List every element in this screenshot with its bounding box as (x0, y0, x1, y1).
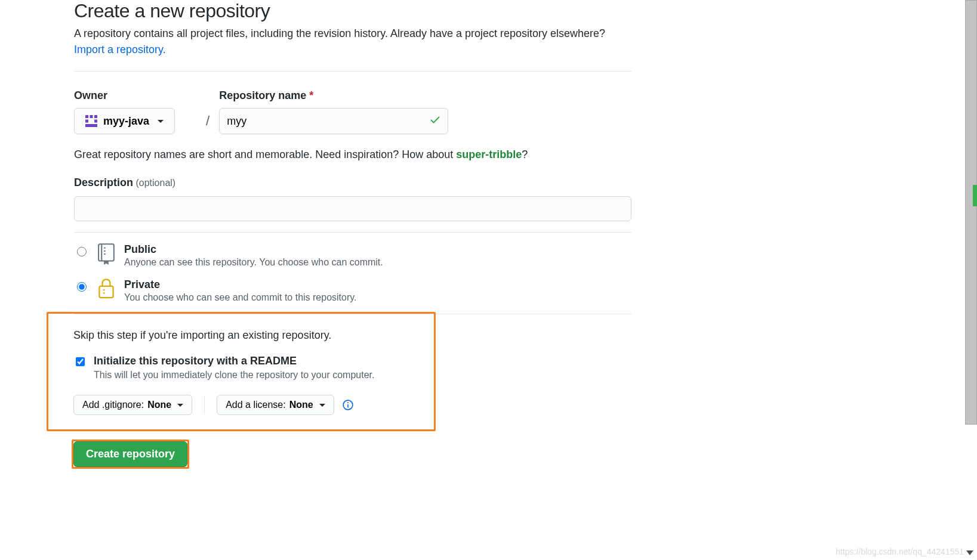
scrollbar-marker (973, 185, 977, 206)
initialize-section-highlight: Skip this step if you're importing an ex… (47, 312, 436, 431)
divider (74, 71, 631, 72)
initialize-readme-checkbox[interactable] (76, 357, 85, 366)
owner-label: Owner (74, 89, 175, 102)
svg-rect-3 (85, 120, 88, 123)
visibility-private-title: Private (124, 279, 357, 291)
svg-rect-2 (94, 115, 97, 118)
check-icon (429, 114, 441, 129)
caret-down-icon (158, 120, 164, 123)
required-asterisk: * (309, 89, 313, 101)
add-gitignore-button[interactable]: Add .gitignore: None (73, 395, 192, 415)
repo-public-icon (97, 243, 116, 265)
description-input[interactable] (74, 196, 631, 221)
create-repository-button[interactable]: Create repository (73, 441, 187, 467)
repo-name-input[interactable] (219, 108, 448, 134)
add-license-button[interactable]: Add a license: None (217, 395, 334, 415)
owner-avatar-icon (85, 115, 97, 127)
svg-rect-6 (98, 244, 114, 261)
page-subtitle: A repository contains all project files,… (74, 26, 631, 58)
repo-name-label: Repository name * (219, 89, 448, 102)
name-hint: Great repository names are short and mem… (74, 148, 631, 161)
description-label: Description (74, 177, 133, 188)
visibility-private-radio[interactable] (77, 282, 87, 292)
owner-repo-separator: / (206, 95, 209, 129)
skip-hint: Skip this step if you're importing an ex… (73, 329, 420, 342)
visibility-public-title: Public (124, 243, 383, 256)
page-title: Create a new repository (74, 0, 631, 22)
visibility-private-sub: You choose who can see and commit to thi… (124, 292, 357, 303)
submit-highlight: Create repository (72, 440, 189, 469)
caret-down-icon (319, 404, 325, 407)
owner-value: myy-java (103, 115, 149, 128)
divider (74, 232, 631, 233)
scroll-down-arrow-icon[interactable] (966, 550, 973, 555)
svg-rect-11 (99, 286, 113, 298)
visibility-public-row[interactable]: Public Anyone can see this repository. Y… (74, 243, 631, 268)
watermark: https://blog.csdn.net/qq_44241551 (836, 547, 964, 556)
license-info-icon[interactable] (343, 400, 353, 410)
owner-select-button[interactable]: myy-java (74, 108, 175, 134)
svg-rect-5 (85, 124, 97, 127)
visibility-public-radio[interactable] (77, 247, 87, 256)
import-repository-link[interactable]: Import a repository. (74, 44, 166, 55)
visibility-public-sub: Anyone can see this repository. You choo… (124, 257, 383, 268)
repo-private-icon (97, 279, 116, 300)
svg-rect-0 (85, 115, 88, 118)
initialize-readme-sub: This will let you immediately clone the … (94, 370, 374, 380)
name-suggestion[interactable]: super-tribble (456, 148, 522, 160)
scrollbar-thumb[interactable] (965, 0, 977, 425)
visibility-private-row[interactable]: Private You choose who can see and commi… (74, 279, 631, 303)
svg-rect-1 (90, 115, 93, 118)
description-optional: (optional) (135, 178, 175, 188)
caret-down-icon (177, 404, 183, 407)
svg-rect-4 (94, 120, 97, 123)
initialize-readme-title: Initialize this repository with a README (94, 355, 374, 367)
svg-point-15 (347, 402, 349, 403)
vertical-divider (204, 397, 205, 413)
